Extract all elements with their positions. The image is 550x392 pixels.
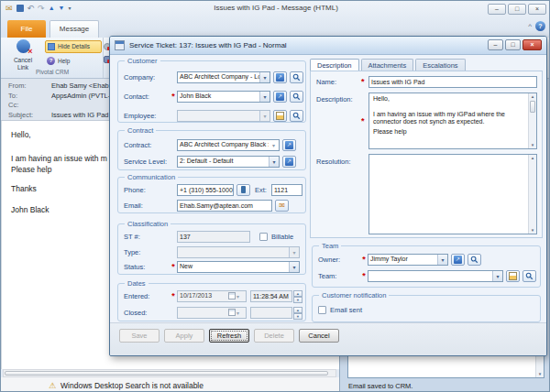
email-field[interactable]: Ehab.Samy@aptean.com: [177, 200, 272, 212]
tab-description[interactable]: Description: [310, 59, 359, 71]
contract-combobox[interactable]: ABC Architect Company Black : 5/ ▾: [177, 139, 280, 151]
entered-time-spinner[interactable]: ▴▾: [293, 290, 302, 302]
contact-search-button[interactable]: [290, 91, 303, 103]
owner-search-button[interactable]: [468, 254, 481, 266]
cancel-link-button[interactable]: × Cancel Link: [5, 39, 41, 71]
dialog-maximize-button[interactable]: □: [505, 39, 521, 50]
contact-open-button[interactable]: ↗: [273, 91, 287, 103]
chevron-down-icon[interactable]: ▾: [289, 247, 299, 257]
help-icon[interactable]: ?: [535, 21, 545, 31]
tab-message[interactable]: Message: [50, 20, 99, 38]
scroll-down-icon[interactable]: ▾: [536, 371, 544, 377]
team-new-button[interactable]: [506, 270, 520, 282]
email-sent-checkbox[interactable]: [318, 306, 326, 314]
dialog-minimize-button[interactable]: –: [488, 39, 503, 50]
tab-file[interactable]: File: [7, 20, 46, 38]
chevron-down-icon[interactable]: ▾: [259, 92, 270, 102]
resolution-scrollbar[interactable]: ▴ ▾: [528, 155, 536, 234]
search-icon: [292, 112, 301, 120]
contact-combobox[interactable]: John Black ▾: [177, 91, 270, 103]
chevron-down-icon[interactable]: ▾: [289, 262, 299, 272]
chevron-down-icon[interactable]: ▾: [259, 72, 270, 82]
ext-field[interactable]: 1121: [271, 184, 302, 196]
open-record-icon: ↗: [276, 93, 284, 101]
type-value: [178, 247, 289, 257]
chevron-down-icon[interactable]: ▾: [492, 271, 502, 281]
phone-label: Phone:: [124, 186, 170, 194]
team-row: Team: * ▾: [318, 269, 536, 282]
customer-notification-group: Customer notification Email sent: [312, 295, 541, 322]
contract-group: Contract Contract: ABC Architect Company…: [117, 130, 306, 170]
open-record-icon: ↗: [285, 141, 293, 149]
customer-group: Customer Company: ABC Architect Company …: [117, 60, 306, 123]
hide-details-button[interactable]: Hide Details: [45, 40, 102, 53]
crm-listbox-scrollbar[interactable]: ▾: [535, 356, 544, 377]
service-level-open-button[interactable]: ↗: [282, 156, 296, 168]
company-search-button[interactable]: [290, 71, 303, 83]
maximize-button[interactable]: □: [508, 4, 526, 15]
contract-label: Contract:: [124, 141, 170, 149]
spin-up-icon[interactable]: ▴: [293, 290, 302, 297]
resolution-textarea[interactable]: ▴ ▾: [368, 154, 537, 234]
team-value: [368, 271, 492, 281]
company-combobox[interactable]: ABC Architect Company - Los ▾: [177, 71, 270, 83]
entered-date-picker[interactable]: 10/17/2013 ▾: [177, 290, 247, 302]
closed-time-field: [250, 307, 292, 319]
type-label: Type:: [124, 248, 170, 256]
team-search-button[interactable]: [522, 270, 536, 282]
phone-icon: [241, 186, 246, 193]
send-email-button[interactable]: ✉: [275, 200, 289, 212]
scroll-down-icon[interactable]: ▾: [529, 227, 536, 234]
chevron-down-icon[interactable]: ▾: [437, 255, 447, 265]
team-label: Team:: [318, 272, 360, 280]
company-open-button[interactable]: ↗: [273, 71, 287, 83]
name-field[interactable]: Issues with IG Pad: [368, 76, 537, 88]
dialog-titlebar[interactable]: Service Ticket: 137: Issues with IG Pad …: [110, 37, 546, 55]
billable-checkbox[interactable]: [259, 233, 268, 241]
calendar-dropdown[interactable]: ▾: [228, 291, 245, 301]
close-button[interactable]: ×: [528, 4, 546, 15]
status-combobox[interactable]: New ▾: [177, 261, 300, 273]
spin-down-icon[interactable]: ▾: [293, 297, 302, 303]
employee-search-button[interactable]: [290, 110, 303, 122]
employee-new-button[interactable]: [273, 110, 287, 122]
tab-attachments[interactable]: Attachments: [361, 59, 414, 71]
dial-phone-button[interactable]: [236, 184, 250, 196]
collapse-ribbon-icon[interactable]: ^: [528, 23, 532, 30]
chevron-down-icon[interactable]: ▾: [269, 140, 279, 150]
required-marker: *: [170, 292, 177, 299]
dialog-controls: – □ ×: [488, 39, 542, 50]
phone-field[interactable]: +1 (310) 555-1000: [177, 184, 234, 196]
owner-open-button[interactable]: ↗: [451, 254, 465, 266]
cancel-button[interactable]: Cancel: [299, 329, 339, 343]
window-title: Issues with IG Pad - Message (HTML): [1, 4, 550, 12]
scroll-up-icon[interactable]: ▴: [529, 155, 536, 161]
help-button[interactable]: ? Help: [45, 55, 87, 67]
ribbon-extras: ^ ?: [528, 21, 545, 31]
entered-time-field[interactable]: 11:28:54 AM: [250, 290, 292, 302]
chevron-down-icon[interactable]: ▾: [269, 157, 279, 167]
owner-combobox[interactable]: Jimmy Taylor ▾: [368, 254, 448, 266]
crm-log-listbox[interactable]: ▾: [347, 355, 544, 378]
scrollbar-thumb[interactable]: [5, 371, 328, 376]
description-scrollbar[interactable]: ▴ ▾: [528, 93, 536, 148]
service-level-combobox[interactable]: 2: Default - Default ▾: [177, 156, 280, 168]
team-combobox[interactable]: ▾: [368, 270, 503, 282]
ribbon-group-label: Pivotal CRM: [1, 69, 104, 75]
refresh-button[interactable]: Refresh: [209, 329, 249, 343]
description-textarea[interactable]: Hello, I am having an issue with my iGPa…: [368, 93, 537, 149]
employee-combobox[interactable]: ▾: [177, 110, 270, 122]
scrollbar-thumb[interactable]: [530, 101, 535, 113]
contract-open-button[interactable]: ↗: [282, 139, 296, 151]
scroll-down-icon[interactable]: ▾: [529, 142, 536, 148]
tab-escalations[interactable]: Escalations: [415, 59, 465, 71]
entered-row: Entered: * 10/17/2013 ▾ 11:28:54 AM ▴▾: [124, 289, 302, 302]
horizontal-scrollbar[interactable]: [3, 369, 336, 377]
email-label: Email:: [124, 201, 170, 210]
minimize-button[interactable]: –: [488, 4, 506, 15]
scroll-up-icon[interactable]: ▴: [529, 93, 536, 100]
dialog-close-button[interactable]: ×: [522, 39, 542, 50]
hide-details-label: Hide Details: [58, 43, 90, 50]
required-marker: *: [170, 263, 177, 270]
type-combobox[interactable]: ▾: [177, 246, 300, 258]
